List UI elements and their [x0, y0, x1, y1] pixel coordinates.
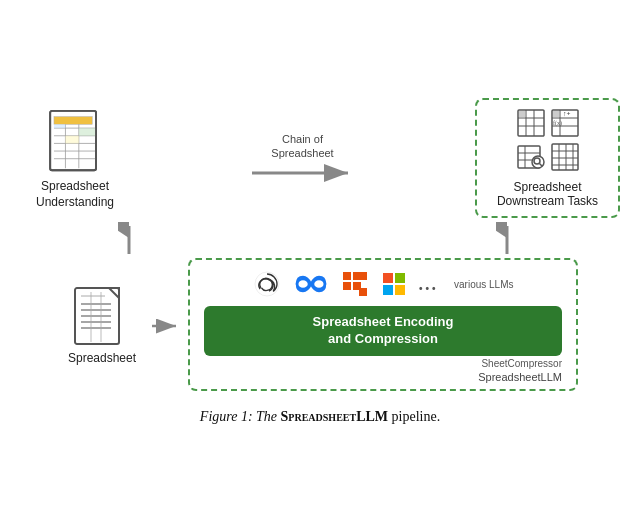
downstream-icon-1	[516, 108, 546, 138]
understanding-box: Spreadsheet Understanding	[20, 106, 130, 210]
downstream-icons: ↑+ f(x)	[516, 108, 580, 172]
svg-rect-1	[54, 116, 92, 124]
input-arrow-icon	[150, 316, 182, 336]
spreadsheet-input-icon	[73, 286, 131, 348]
svg-text:f(x): f(x)	[553, 120, 562, 127]
caption-rest: pipeline.	[388, 409, 440, 424]
svg-rect-69	[395, 273, 405, 283]
understanding-label: Spreadsheet Understanding	[36, 179, 114, 210]
svg-rect-68	[383, 273, 393, 283]
downstream-icon-3	[516, 142, 546, 172]
downstream-icon-4	[550, 142, 580, 172]
openai-icon	[253, 270, 281, 298]
understanding-icon	[40, 106, 110, 176]
compressor-box: Spreadsheet Encoding and Compression	[204, 306, 562, 356]
spreadsheet-input-box: Spreadsheet	[62, 286, 142, 365]
main-container: Spreadsheet Understanding Chain of Sprea…	[10, 88, 630, 435]
microsoft-icon	[381, 271, 407, 297]
up-arrow-downstream	[496, 222, 518, 258]
svg-text:↑+: ↑+	[563, 110, 571, 118]
svg-rect-11	[65, 135, 78, 143]
mistral-icon	[341, 270, 369, 298]
figure-caption: Figure 1: The SpreadsheetLLM pipeline.	[200, 409, 440, 425]
spreadsheetllm-box: ... various LLMs Spreadsheet Encoding an…	[188, 258, 578, 391]
caption-title: SpreadsheetLLM	[281, 409, 388, 424]
svg-rect-66	[359, 272, 367, 280]
downstream-box: ↑+ f(x)	[475, 98, 620, 218]
more-llms-dots: ...	[419, 274, 439, 295]
downstream-label: SpreadsheetDownstream Tasks	[497, 180, 598, 208]
spreadsheetllm-label: SpreadsheetLLM	[204, 371, 562, 383]
svg-rect-64	[343, 282, 351, 290]
svg-rect-26	[553, 111, 559, 117]
caption-the: The	[256, 409, 281, 424]
various-llms-label: various LLMs	[454, 279, 513, 290]
meta-icon	[293, 273, 329, 295]
svg-rect-62	[343, 272, 351, 280]
llm-icons-row: ... various LLMs	[253, 270, 514, 298]
figure-number: Figure 1:	[200, 409, 253, 424]
diagram: Spreadsheet Understanding Chain of Sprea…	[20, 98, 620, 399]
chain-label: Chain of Spreadsheet	[271, 132, 333, 161]
bottom-row: Spreadsheet	[20, 258, 620, 393]
spreadsheet-input-label: Spreadsheet	[68, 351, 136, 365]
svg-rect-9	[54, 124, 65, 128]
svg-rect-71	[395, 285, 405, 295]
svg-rect-35	[552, 144, 578, 170]
top-row: Spreadsheet Understanding Chain of Sprea…	[20, 98, 620, 218]
chain-arrow-area: Chain of Spreadsheet	[130, 132, 475, 185]
svg-rect-20	[519, 111, 525, 117]
up-arrow-understanding	[118, 222, 140, 258]
sheetcompressor-label: SheetCompressor	[204, 358, 562, 369]
chain-arrow-icon	[250, 162, 355, 184]
svg-rect-10	[79, 128, 96, 136]
downstream-icon-2: ↑+ f(x)	[550, 108, 580, 138]
svg-rect-67	[359, 288, 367, 296]
svg-rect-70	[383, 285, 393, 295]
